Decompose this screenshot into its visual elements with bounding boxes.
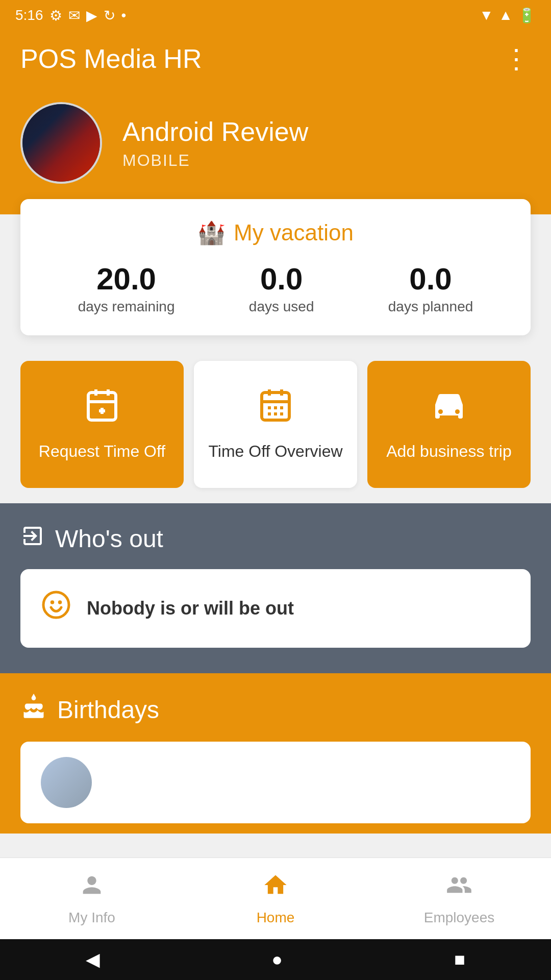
- stat-label-used: days used: [249, 299, 314, 315]
- back-button[interactable]: ◀: [86, 949, 100, 970]
- stat-label-planned: days planned: [388, 299, 473, 315]
- request-time-off-label: Request Time Off: [39, 441, 165, 462]
- employees-icon: [446, 872, 472, 904]
- profile-role: MOBILE: [122, 151, 308, 170]
- birthdays-title: Birthdays: [20, 694, 531, 726]
- home-button[interactable]: ●: [271, 949, 283, 970]
- smiley-icon: [41, 590, 71, 627]
- wifi-icon: ▼: [480, 7, 494, 23]
- avatar: [20, 102, 102, 184]
- status-right: ▼ ▲ 🔋: [480, 7, 536, 24]
- profile-section: Android Review MOBILE: [0, 87, 551, 214]
- whos-out-icon: [20, 524, 45, 554]
- birthdays-title-text: Birthdays: [57, 696, 159, 724]
- svg-rect-10: [268, 406, 271, 409]
- actions-grid: Request Time Off Time Off Overview: [20, 361, 531, 488]
- svg-point-16: [438, 409, 443, 414]
- stat-value-planned: 0.0: [388, 261, 473, 297]
- status-left: 5:16 ⚙ ✉ ▶ ↻ •: [15, 7, 126, 24]
- bottom-navigation: My Info Home Employees: [0, 857, 551, 939]
- svg-rect-15: [280, 412, 283, 415]
- vacation-icon: 🏰: [197, 219, 226, 246]
- svg-rect-0: [88, 393, 116, 420]
- stat-days-planned: 0.0 days planned: [388, 261, 473, 315]
- request-time-off-icon: [84, 386, 120, 429]
- svg-point-19: [51, 600, 55, 604]
- status-bar: 5:16 ⚙ ✉ ▶ ↻ • ▼ ▲ 🔋: [0, 0, 551, 31]
- mail-icon: ✉: [68, 7, 80, 24]
- vacation-title: 🏰 My vacation: [41, 219, 510, 246]
- settings-icon: ⚙: [49, 7, 62, 24]
- whos-out-title: Who's out: [55, 525, 163, 553]
- stat-days-remaining: 20.0 days remaining: [78, 261, 175, 315]
- signal-icon: ▲: [498, 7, 513, 23]
- birthdays-section: Birthdays: [0, 673, 551, 834]
- battery-icon: 🔋: [518, 7, 536, 24]
- svg-point-20: [58, 600, 62, 604]
- app-title: POS Media HR: [20, 43, 202, 74]
- request-time-off-button[interactable]: Request Time Off: [20, 361, 184, 488]
- svg-point-18: [43, 592, 69, 618]
- actions-section: Request Time Off Time Off Overview: [0, 351, 551, 503]
- add-business-trip-button[interactable]: Add business trip: [367, 361, 531, 488]
- vacation-card: 🏰 My vacation 20.0 days remaining 0.0 da…: [20, 199, 531, 335]
- dot-icon: •: [121, 7, 127, 23]
- svg-rect-11: [274, 406, 277, 409]
- whos-out-section: Who's out Nobody is or will be out: [0, 503, 551, 673]
- my-info-icon: [79, 872, 105, 904]
- svg-rect-13: [268, 412, 271, 415]
- svg-rect-12: [280, 406, 283, 409]
- profile-info: Android Review MOBILE: [122, 116, 308, 170]
- add-business-trip-label: Add business trip: [386, 441, 511, 462]
- shield-icon: ▶: [86, 7, 97, 24]
- employees-label: Employees: [424, 910, 495, 926]
- time-off-overview-label: Time Off Overview: [208, 441, 342, 462]
- recent-button[interactable]: ■: [454, 949, 465, 970]
- stat-days-used: 0.0 days used: [249, 261, 314, 315]
- home-label: Home: [257, 910, 295, 926]
- my-info-label: My Info: [68, 910, 115, 926]
- stat-label-remaining: days remaining: [78, 299, 175, 315]
- nav-item-my-info[interactable]: My Info: [0, 858, 184, 939]
- avatar-image: [22, 104, 100, 182]
- status-time: 5:16: [15, 7, 43, 23]
- nav-item-home[interactable]: Home: [184, 858, 367, 939]
- birthdays-icon: [20, 694, 47, 726]
- home-icon: [262, 872, 289, 904]
- svg-point-17: [455, 409, 460, 414]
- birthday-avatar: [41, 757, 92, 808]
- svg-rect-14: [274, 412, 277, 415]
- stat-value-used: 0.0: [249, 261, 314, 297]
- android-nav-bar: ◀ ● ■: [0, 939, 551, 980]
- nav-item-employees[interactable]: Employees: [367, 858, 551, 939]
- time-off-overview-button[interactable]: Time Off Overview: [194, 361, 357, 488]
- nobody-out-card: Nobody is or will be out: [20, 569, 531, 648]
- add-business-trip-icon: [431, 386, 467, 429]
- more-options-button[interactable]: ⋮: [503, 43, 531, 74]
- sync-icon: ↻: [104, 7, 115, 24]
- whos-out-header: Who's out: [20, 524, 531, 554]
- app-bar: POS Media HR ⋮: [0, 31, 551, 87]
- nobody-out-text: Nobody is or will be out: [87, 598, 294, 619]
- birthday-card-preview: [20, 742, 531, 823]
- vacation-stats: 20.0 days remaining 0.0 days used 0.0 da…: [41, 261, 510, 315]
- profile-name: Android Review: [122, 116, 308, 147]
- stat-value-remaining: 20.0: [78, 261, 175, 297]
- time-off-overview-icon: [257, 386, 294, 429]
